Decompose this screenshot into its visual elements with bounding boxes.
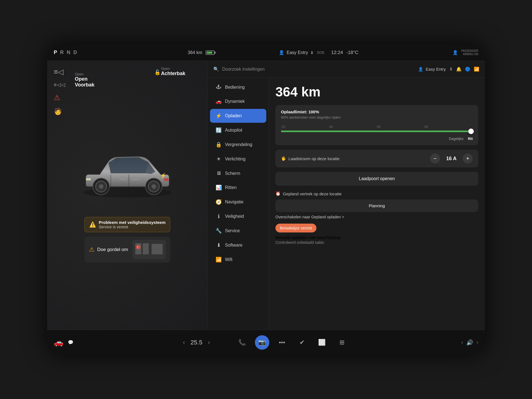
nav-icon-wifi: 📶 bbox=[216, 257, 222, 263]
apps-btn[interactable]: ✔ bbox=[295, 335, 309, 350]
nav-label-vergrendeling: Vergrendeling bbox=[225, 142, 252, 147]
slider-thumb[interactable] bbox=[468, 129, 474, 134]
range-display-main: 364 km bbox=[275, 84, 478, 99]
nav-item-service[interactable]: 🔧 Service bbox=[210, 224, 266, 238]
nav-icon-scherm: 🖥 bbox=[216, 170, 222, 176]
open-port-button[interactable]: Laadpoort openen bbox=[275, 172, 478, 186]
payment-error-section: Betaalwijze vereist Betaald opladen niet… bbox=[275, 224, 478, 245]
nav-label-software: Software bbox=[225, 243, 242, 248]
car-svg: ⚡ bbox=[78, 143, 177, 209]
svg-rect-17 bbox=[143, 251, 149, 254]
nav-item-bediening[interactable]: 🕹 Bediening bbox=[210, 80, 266, 94]
nav-item-wifi[interactable]: 📶 Wifi bbox=[210, 253, 266, 267]
error-badge: Betaalwijze vereist bbox=[275, 224, 316, 232]
nav-icon-software: ⬇ bbox=[216, 242, 222, 248]
chevron-right-vol[interactable]: › bbox=[477, 339, 478, 345]
chevron-left-bottom[interactable]: ‹ bbox=[183, 339, 185, 346]
increase-current-btn[interactable]: + bbox=[463, 154, 473, 163]
nav-icon-service: 🔧 bbox=[216, 228, 222, 234]
grid-btn[interactable]: ⊞ bbox=[335, 335, 349, 350]
nav-label-ritten: Ritten bbox=[225, 185, 237, 190]
nav-item-software[interactable]: ⬇ Software bbox=[210, 238, 266, 252]
nav-icon-veiligheid: ℹ bbox=[216, 213, 222, 219]
svg-text:⚡: ⚡ bbox=[160, 173, 167, 179]
menu-btn[interactable]: ••• bbox=[275, 335, 289, 350]
nav-label-navigatie: Navigatie bbox=[225, 200, 244, 204]
nav-item-veiligheid[interactable]: ℹ Veiligheid bbox=[210, 209, 266, 223]
nav-label-opladen: Opladen bbox=[225, 113, 242, 118]
svg-rect-12 bbox=[119, 179, 126, 180]
main-content: ≡◁ ≡◁◁ ⚠ 🧑 Open Open Voorbak 🔓 Open bbox=[47, 61, 485, 330]
camera-icon: 📷 bbox=[258, 339, 266, 346]
charge-slider[interactable]: 20 40 60 80 bbox=[281, 123, 473, 134]
rit-btn[interactable]: Rit bbox=[468, 137, 473, 141]
square-icon: ⬜ bbox=[318, 339, 326, 346]
square-btn[interactable]: ⬜ bbox=[315, 335, 329, 350]
settings-header: 🔍 Doorzoek instellingen 👤 Easy Entry ⬇ 🔔… bbox=[208, 61, 485, 78]
planning-button[interactable]: Planning bbox=[275, 200, 478, 212]
easy-entry-label-top: Easy Entry bbox=[287, 50, 308, 55]
current-value: 16 A bbox=[444, 156, 458, 162]
apps-icon: ✔ bbox=[300, 339, 305, 346]
seatbelt-warning-area: ⚠ Doe gordel om bbox=[85, 237, 170, 263]
svg-text:!: ! bbox=[137, 246, 138, 249]
nav-label-verlichting: Verlichting bbox=[225, 157, 245, 162]
payment-error-sub: Controleerd onbetaald saldo bbox=[275, 240, 478, 245]
battery-top-indicator: SOE bbox=[317, 50, 324, 55]
nav-icon-opladen: ⚡ bbox=[216, 113, 222, 119]
battery-indicator bbox=[206, 50, 214, 55]
plus-icon: + bbox=[466, 155, 469, 162]
camera-btn[interactable]: 📷 bbox=[255, 335, 269, 350]
charge-current-label: 🖐 Laadstroom op deze locatie bbox=[281, 156, 339, 161]
decrease-current-btn[interactable]: − bbox=[430, 154, 440, 163]
easy-entry-top: 👤 Easy Entry ⬇ SOE bbox=[279, 50, 324, 55]
slider-labels: 20 40 60 80 bbox=[281, 125, 473, 129]
nav-icon-ritten: 📊 bbox=[216, 185, 222, 191]
nav-item-scherm[interactable]: 🖥 Scherm bbox=[210, 167, 266, 180]
nav-icon-vergrendeling: 🔒 bbox=[216, 142, 222, 148]
slider-track[interactable] bbox=[281, 131, 473, 132]
current-label-text: Laadstroom op deze locatie bbox=[288, 156, 339, 161]
chevron-left-vol[interactable]: ‹ bbox=[461, 339, 463, 345]
safety-warning: ⚠️ Probleem met veiligheidssysteem Servi… bbox=[85, 217, 170, 232]
nav-label-scherm: Scherm bbox=[225, 171, 240, 176]
payment-error-title: Betaald opladen niet beschikbaar bbox=[275, 235, 478, 240]
temp-display-top: -18°C bbox=[346, 50, 359, 55]
bottom-right: ‹ 🔊 › bbox=[423, 339, 478, 346]
person-icon-top: 👤 bbox=[279, 50, 284, 55]
charge-limit-sub: 80% aanbevolen voor dagelijks rijden bbox=[281, 115, 473, 119]
dagelijks-btn[interactable]: Dagelijks bbox=[449, 137, 464, 141]
nav-label-bediening: Bediening bbox=[225, 85, 245, 90]
volume-icon[interactable]: 🔊 bbox=[466, 339, 473, 346]
chevron-right-bottom[interactable]: › bbox=[208, 339, 210, 346]
svg-rect-18 bbox=[152, 244, 163, 251]
prnd-display: P R N D bbox=[54, 50, 78, 55]
svg-point-5 bbox=[99, 184, 103, 189]
search-placeholder[interactable]: Doorzoek instellingen bbox=[222, 67, 415, 72]
switch-link[interactable]: Overschakelen naar Gepland opladen > bbox=[275, 215, 478, 219]
message-icon-bottom: 💬 bbox=[68, 340, 73, 345]
nav-item-vergrendeling[interactable]: 🔒 Vergrendeling bbox=[210, 138, 266, 152]
nav-item-ritten[interactable]: 📊 Ritten bbox=[210, 181, 266, 195]
gear-r: R bbox=[60, 50, 65, 55]
nav-item-dynamiek[interactable]: 🚗 Dynamiek bbox=[210, 94, 266, 108]
car-icon-bottom[interactable]: 🚗 bbox=[54, 338, 63, 347]
person-icon-right: 👤 bbox=[452, 50, 458, 55]
passenger-airbag-label: PASSENGERAIRBAG ON bbox=[461, 49, 479, 56]
search-icon: 🔍 bbox=[213, 66, 219, 72]
nav-item-navigatie[interactable]: 🧭 Navigatie bbox=[210, 195, 266, 209]
nav-item-verlichting[interactable]: ☀ Verlichting bbox=[210, 152, 266, 166]
header-easy-entry: 👤 Easy Entry bbox=[418, 67, 446, 72]
nav-item-autopilot[interactable]: 🔄 Autopilot bbox=[210, 123, 266, 137]
departure-section: ⏰ Gepland vertrek op deze locatie Planni… bbox=[275, 191, 478, 219]
settings-body: 🕹 Bediening 🚗 Dynamiek ⚡ Opladen 🔄 bbox=[208, 78, 485, 330]
nav-label-wifi: Wifi bbox=[225, 257, 232, 262]
slider-buttons: Dagelijks Rit bbox=[281, 137, 473, 141]
svg-rect-16 bbox=[143, 243, 149, 251]
seat-diagram: ! bbox=[132, 240, 166, 259]
header-icons: ⬇ 🔔 🔵 📶 bbox=[449, 66, 479, 72]
phone-btn[interactable]: 📞 bbox=[235, 335, 249, 350]
download-icon-header: ⬇ bbox=[449, 66, 453, 72]
nav-item-opladen[interactable]: ⚡ Opladen bbox=[210, 109, 266, 123]
bottom-bar: 🚗 💬 ‹ 25.5 › 📞 📷 bbox=[47, 330, 485, 355]
